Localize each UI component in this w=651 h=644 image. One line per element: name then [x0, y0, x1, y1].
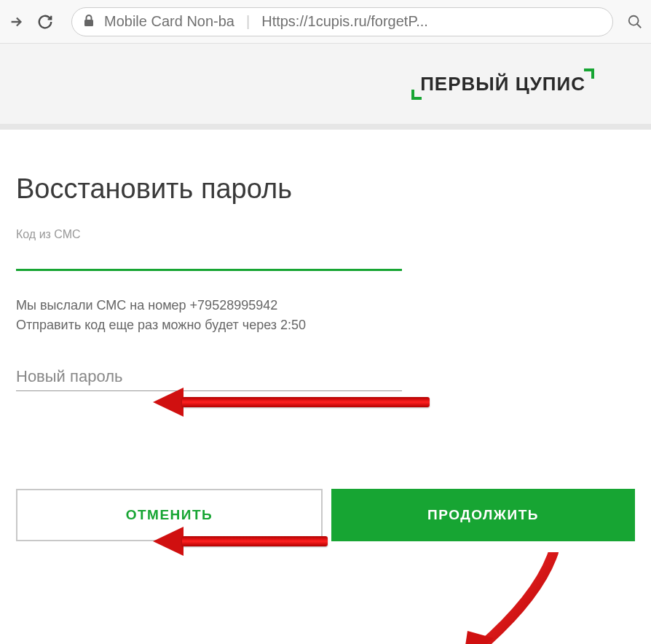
- sms-sent-info: Мы выслали СМС на номер +79528995942: [16, 296, 635, 315]
- svg-marker-2: [462, 631, 494, 644]
- cancel-button[interactable]: ОТМЕНИТЬ: [16, 489, 323, 541]
- sms-code-label: Код из СМС: [16, 228, 635, 241]
- url-text: Https://1cupis.ru/forgetP...: [261, 13, 428, 30]
- svg-rect-0: [84, 20, 93, 26]
- site-logo[interactable]: ПЕРВЫЙ ЦУПИС: [413, 70, 593, 98]
- lock-icon: [84, 15, 94, 29]
- button-row: ОТМЕНИТЬ ПРОДОЛЖИТЬ: [16, 489, 635, 541]
- address-bar[interactable]: Mobile Card Non-ba | Https://1cupis.ru/f…: [71, 7, 613, 36]
- header-divider: [0, 124, 651, 130]
- search-icon[interactable]: [625, 12, 645, 32]
- page-title-text: Mobile Card Non-ba: [104, 13, 234, 30]
- resend-timer-info: Отправить код еще раз можно будет через …: [16, 315, 635, 335]
- new-password-field[interactable]: Новый пароль: [16, 367, 402, 391]
- svg-point-1: [629, 15, 639, 25]
- new-password-label: Новый пароль: [16, 367, 122, 385]
- page-title: Восстановить пароль: [16, 173, 635, 205]
- forward-button[interactable]: [6, 12, 26, 32]
- reload-button[interactable]: [35, 12, 55, 32]
- password-recovery-form: Восстановить пароль Код из СМС Мы выслал…: [0, 130, 651, 570]
- site-header: ПЕРВЫЙ ЦУПИС: [0, 44, 651, 124]
- url-separator: |: [246, 13, 250, 30]
- continue-button[interactable]: ПРОДОЛЖИТЬ: [331, 489, 635, 541]
- sms-code-input[interactable]: [16, 243, 402, 271]
- browser-toolbar: Mobile Card Non-ba | Https://1cupis.ru/f…: [0, 0, 651, 44]
- annotation-arrow-3: [451, 552, 553, 644]
- page-content: ПЕРВЫЙ ЦУПИС Восстановить пароль Код из …: [0, 44, 651, 570]
- sms-info-text: Мы выслали СМС на номер +79528995942 Отп…: [16, 296, 635, 335]
